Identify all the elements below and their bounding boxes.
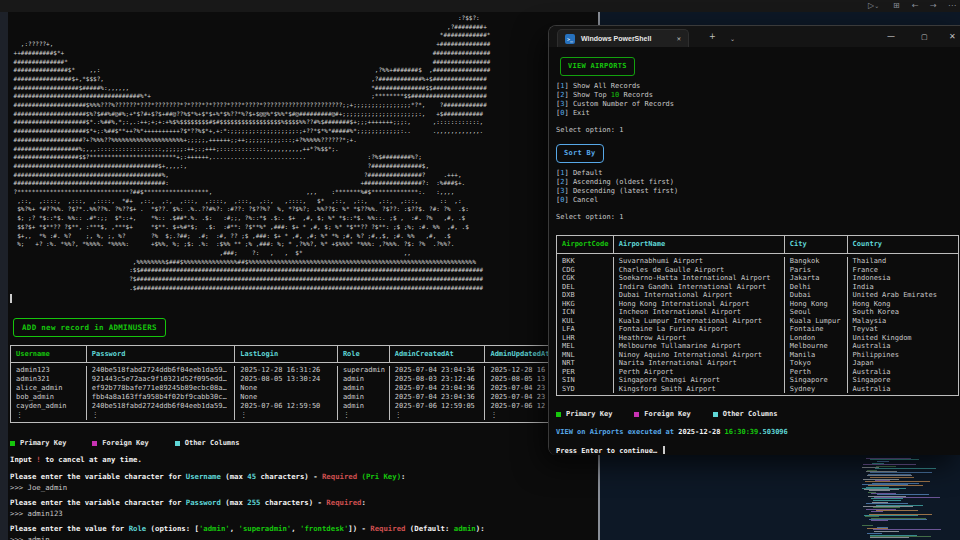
table-cell: MNL [557, 351, 613, 360]
editor-minimap[interactable] [862, 458, 950, 538]
table-row: BKKSuvarnabhumi AirportBangkokThailand [557, 257, 958, 266]
table-cell: HKG [557, 300, 613, 309]
titlebar[interactable]: >_ Windows PowerShell ✕ + ⌄ — ▢ ✕ [549, 26, 960, 47]
legend-swatch-icon [713, 412, 718, 417]
table-cell: Hong Kong International Airport [613, 300, 784, 309]
table-cell: BKK [557, 257, 613, 266]
table-row: admin321921443c5e72aac9f10321d52f095edd…… [11, 375, 598, 384]
table-cell: Perth [784, 368, 847, 377]
table-cell: Melbourne [784, 342, 847, 351]
select-option-line: Select option: 1 [556, 213, 960, 222]
forward-icon[interactable]: → [930, 0, 937, 12]
username-input: >>> Joe_admin [10, 483, 67, 492]
terminal-panel[interactable]: :?$$?: ,?########+ [8, 12, 598, 540]
table-row: SYDKingsford Smith AirportSydneyAustrali… [557, 385, 958, 394]
run-button-icon[interactable]: ▷⌄ [868, 0, 879, 12]
table-cell: fbb4a8a163ffa958b4f02bf9cabb30c… [86, 393, 235, 402]
editor-toolbar: ▷⌄ ⊞ ← → ⋯ [0, 0, 960, 12]
select-option-line: Select option: 1 [556, 126, 960, 135]
table-cell: Heathrow Airport [613, 334, 784, 343]
table-row: SINSingapore Changi AirportSingaporeSing… [557, 376, 958, 385]
split-editor-icon[interactable]: ⊞ [893, 0, 900, 12]
table-cell: admin [337, 393, 389, 402]
table-cell: Charles de Gaulle Airport [613, 266, 784, 275]
table-row: KULKuala Lumpur International AirportKua… [557, 317, 958, 326]
table-row: cayden_admin240be518fabd2724ddb6f04eeb1d… [11, 402, 598, 411]
table-cell: ⋮ [389, 411, 485, 420]
table-cell: Fontaine La Furina Airport [613, 325, 784, 334]
table-cell: Jakarta [784, 274, 847, 283]
table-cell: Incheon International Airport [613, 308, 784, 317]
legend-item: Primary Key [556, 410, 612, 419]
records-menu: [1] Show All Records[2] Show Top 10 Reco… [556, 82, 960, 118]
table-row: MELMelbourne Tullamarine AirportMelbourn… [557, 342, 958, 351]
legend-swatch-icon [92, 441, 97, 446]
sort-by-banner: Sort By [556, 144, 604, 163]
table-cell: superadmin [337, 366, 389, 375]
table-row: LHRHeathrow AirportLondonUnited Kingdom [557, 334, 958, 343]
window-left-edge [0, 0, 8, 540]
minimize-button[interactable]: — [887, 30, 895, 44]
close-button[interactable]: ✕ [949, 30, 956, 44]
table-cell: Australia [847, 385, 958, 394]
table-cell: 2025-07-06 12:59:50 [234, 402, 337, 411]
table-row: HKGHong Kong International AirportHong K… [557, 300, 958, 309]
table-cell: None [234, 384, 337, 393]
table-cell: United Arab Emirates [847, 291, 958, 300]
table-row: ICNIncheon International AirportSeoulSou… [557, 308, 958, 317]
table-cell: SIN [557, 376, 613, 385]
table-cell: Paris [784, 266, 847, 275]
tab-title: Windows PowerShell [581, 35, 651, 42]
table-cell: Melbourne Tullamarine Airport [613, 342, 784, 351]
legend-swatch-icon [10, 441, 15, 446]
more-actions-icon[interactable]: ⋯ [948, 0, 956, 12]
table-cell: London [784, 334, 847, 343]
tab-windows-powershell[interactable]: >_ Windows PowerShell ✕ [557, 29, 689, 47]
back-icon[interactable]: ← [912, 0, 919, 12]
sort-menu: [1] Default[2] Ascending (oldest first)[… [556, 169, 960, 205]
table-cell: Manila [784, 351, 847, 360]
terminal-output[interactable]: VIEW AIRPORTS [1] Show All Records[2] Sh… [549, 47, 960, 455]
menu-item: [2] Show Top 10 Records [556, 91, 960, 100]
table-cell: Indonesia [847, 274, 958, 283]
column-header: LastLogin [234, 346, 337, 362]
table-cell: Indira Gandhi International Airport [613, 283, 784, 292]
menu-item: [3] Custom Number of Records [556, 100, 960, 109]
table-cell: Fontaine [784, 325, 847, 334]
password-input: >>> admin123 [10, 509, 63, 518]
legend-swatch-icon [634, 412, 639, 417]
column-header: Password [86, 346, 235, 362]
table-cell: SYD [557, 385, 613, 394]
ascii-art: :?$$?: ,?########+ [10, 14, 490, 293]
table-row: admin123240be518fabd2724ddb6f04eeb1da59…… [11, 366, 598, 375]
new-tab-button[interactable]: + [709, 30, 716, 44]
column-header: Username [11, 346, 86, 362]
table-cell: Tokyo [784, 359, 847, 368]
table-cell: CGK [557, 274, 613, 283]
table-cell: ⋮ [337, 411, 389, 420]
table-cell: 240be518fabd2724ddb6f04eeb1da59… [86, 366, 235, 375]
table-cell: alice_admin [11, 384, 86, 393]
menu-item: [3] Descending (latest first) [556, 187, 960, 196]
table-cell: KUL [557, 317, 613, 326]
column-header: Role [337, 346, 389, 362]
adminusers-table: UsernamePasswordLastLoginRoleAdminCreate… [10, 345, 598, 423]
maximize-button[interactable]: ▢ [921, 30, 928, 44]
table-cell: Teyvat [847, 325, 958, 334]
table-cell: LFA [557, 325, 613, 334]
table-cell: CDG [557, 266, 613, 275]
legend-item: Other Columns [175, 439, 240, 447]
add-record-banner: ADD new record in ADMINUSERS [13, 318, 166, 337]
status-line: VIEW on Airports executed at 2025-12-28 … [556, 428, 960, 437]
table-cell: Kuala Lumpur International Airport [613, 317, 784, 326]
tab-close-icon[interactable]: ✕ [677, 35, 681, 43]
table-cell: Dubai International Airport [613, 291, 784, 300]
role-prompt: Please enter the value for Role (options… [10, 524, 485, 533]
table-cell: None [234, 393, 337, 402]
legend-swatch-icon [556, 412, 561, 417]
legend-item: Primary Key [10, 439, 66, 447]
cancel-hint: Input ! to cancel at any time. [10, 455, 142, 464]
tab-dropdown-icon[interactable]: ⌄ [730, 32, 735, 46]
column-header: City [784, 236, 847, 253]
table-cell: Soekarno-Hatta International Airport [613, 274, 784, 283]
